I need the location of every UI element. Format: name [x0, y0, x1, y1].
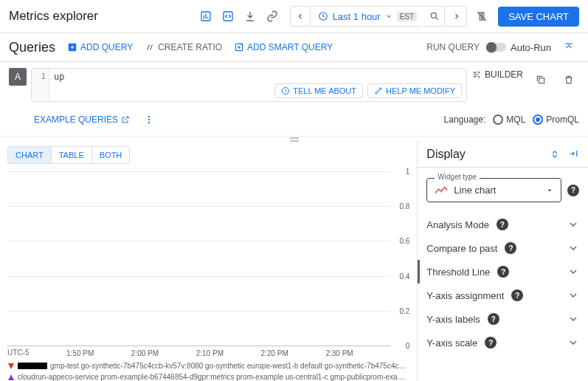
- x-axis-tick: 1:50 PM: [66, 349, 94, 357]
- chart-legend: gmp-test go-synthetic-7b475c4ccb-kv57v:8…: [7, 357, 409, 381]
- view-both-button[interactable]: BOTH: [92, 146, 131, 164]
- language-selector: Language: MQL PromQL: [444, 114, 579, 125]
- compare-to-past-section[interactable]: Compare to past?: [418, 236, 588, 260]
- queries-heading: Queries: [9, 40, 55, 55]
- svg-rect-1: [203, 16, 204, 19]
- widget-type-label: Widget type: [435, 173, 480, 181]
- y-axis-tick: 0.4: [399, 272, 409, 280]
- redacted-text: [18, 363, 47, 369]
- search-time-button[interactable]: [424, 6, 445, 27]
- help-icon[interactable]: ?: [497, 266, 509, 278]
- y-axis-tick: 0: [406, 342, 410, 350]
- language-label: Language:: [444, 114, 486, 125]
- svg-point-6: [431, 13, 436, 18]
- page-title: Metrics explorer: [9, 9, 98, 24]
- legend-item[interactable]: cloudrun-appeco-service prom-example-b67…: [7, 371, 409, 381]
- legend-item[interactable]: gmp-test go-synthetic-7b475c4ccb-kv57v:8…: [7, 360, 409, 371]
- next-time-button[interactable]: [446, 6, 467, 27]
- view-mode-toggle: CHART TABLE BOTH: [0, 142, 417, 168]
- chart-canvas[interactable]: 1 0.8 0.6 0.4 0.2 0 UTC-5 1:50 PM 2:00 P…: [0, 168, 417, 381]
- query-tab-a[interactable]: A: [9, 68, 27, 86]
- chevron-down-icon: [567, 242, 579, 254]
- time-range-label: Last 1 hour: [333, 11, 381, 22]
- y-axis-tick: 1: [406, 168, 410, 176]
- view-table-button[interactable]: TABLE: [52, 146, 92, 164]
- y-axis-tick: 0.2: [399, 306, 409, 315]
- code-icon[interactable]: [218, 6, 238, 27]
- x-axis-tick: 2:00 PM: [131, 349, 159, 357]
- legend-marker-icon: [7, 363, 15, 370]
- dropdown-caret-icon: [546, 187, 553, 194]
- line-chart-icon: [435, 186, 448, 195]
- svg-point-11: [148, 116, 150, 117]
- help-icon[interactable]: ?: [497, 219, 508, 230]
- download-icon[interactable]: [240, 6, 260, 27]
- collapse-queries-icon[interactable]: [558, 37, 579, 58]
- time-range-picker[interactable]: Last 1 hour EST: [312, 6, 423, 27]
- prev-time-button[interactable]: [290, 6, 311, 27]
- auto-run-label: Auto-Run: [511, 42, 551, 53]
- svg-rect-10: [539, 78, 544, 83]
- y-axis-scale-section[interactable]: Y-axis scale?: [418, 331, 588, 354]
- help-icon[interactable]: ?: [485, 337, 497, 349]
- y-axis-assignment-section[interactable]: Y-axis assignment?: [418, 284, 588, 307]
- y-axis-tick: 0.6: [399, 237, 409, 245]
- save-chart-button[interactable]: SAVE CHART: [498, 7, 579, 27]
- help-icon[interactable]: ?: [488, 313, 499, 325]
- threshold-line-section[interactable]: Threshold Line?: [418, 260, 588, 284]
- timezone-badge: EST: [397, 12, 417, 21]
- example-queries-link[interactable]: EXAMPLE QUERIES: [34, 114, 130, 125]
- auto-run-toggle[interactable]: [487, 43, 506, 52]
- display-panel-title: Display: [426, 148, 465, 161]
- sort-icon[interactable]: [550, 148, 560, 160]
- x-axis-tick: 2:10 PM: [196, 349, 224, 357]
- svg-point-12: [148, 119, 150, 120]
- help-icon[interactable]: ?: [505, 242, 516, 254]
- resize-handle[interactable]: [0, 136, 588, 142]
- query-editor[interactable]: 1 up TELL ME ABOUT HELP ME MODIFY: [31, 68, 467, 102]
- collapse-panel-icon[interactable]: [567, 148, 579, 160]
- view-chart-button[interactable]: CHART: [7, 146, 52, 164]
- stats-icon[interactable]: [196, 6, 216, 27]
- link-icon[interactable]: [262, 6, 283, 27]
- duplicate-query-icon[interactable]: [530, 69, 551, 90]
- x-axis-tick: 2:20 PM: [261, 349, 288, 357]
- run-query-button[interactable]: RUN QUERY: [426, 42, 480, 52]
- y-axis-labels-section[interactable]: Y-axis labels?: [418, 307, 588, 331]
- y-axis-tick: 0.8: [399, 202, 409, 210]
- svg-rect-2: [205, 14, 206, 19]
- tell-me-about-button[interactable]: TELL ME ABOUT: [274, 83, 363, 98]
- legend-marker-icon: [7, 374, 15, 381]
- widget-type-value: Line chart: [454, 185, 496, 196]
- chevron-down-icon: [567, 313, 579, 325]
- add-smart-query-button[interactable]: ADD SMART QUERY: [234, 42, 333, 52]
- svg-point-13: [148, 122, 150, 123]
- help-me-modify-button[interactable]: HELP ME MODIFY: [367, 83, 462, 98]
- delete-query-icon[interactable]: [558, 69, 579, 90]
- chevron-down-icon: [567, 289, 579, 301]
- chevron-down-icon: [567, 266, 579, 278]
- chevron-down-icon: [567, 337, 579, 349]
- create-ratio-button[interactable]: CREATE RATIO: [145, 42, 222, 52]
- language-mql-radio[interactable]: MQL: [493, 114, 525, 125]
- language-promql-radio[interactable]: PromQL: [533, 114, 579, 125]
- line-number-gutter: 1: [32, 69, 49, 101]
- x-axis-tick: 2:30 PM: [325, 349, 353, 357]
- header-toolbar: Last 1 hour EST SAVE CHART: [196, 6, 579, 27]
- more-options-icon[interactable]: [139, 109, 159, 130]
- add-query-button[interactable]: ADD QUERY: [67, 42, 133, 52]
- help-icon[interactable]: ?: [511, 289, 523, 301]
- help-icon[interactable]: ?: [567, 185, 579, 196]
- analysis-mode-section[interactable]: Analysis Mode?: [418, 213, 588, 236]
- svg-rect-14: [290, 137, 299, 139]
- widget-type-select[interactable]: Widget type Line chart: [426, 178, 561, 202]
- builder-button[interactable]: BUILDER: [471, 69, 523, 80]
- overrides-off-icon[interactable]: [471, 6, 492, 27]
- svg-rect-3: [207, 17, 208, 19]
- chevron-down-icon: [567, 219, 579, 230]
